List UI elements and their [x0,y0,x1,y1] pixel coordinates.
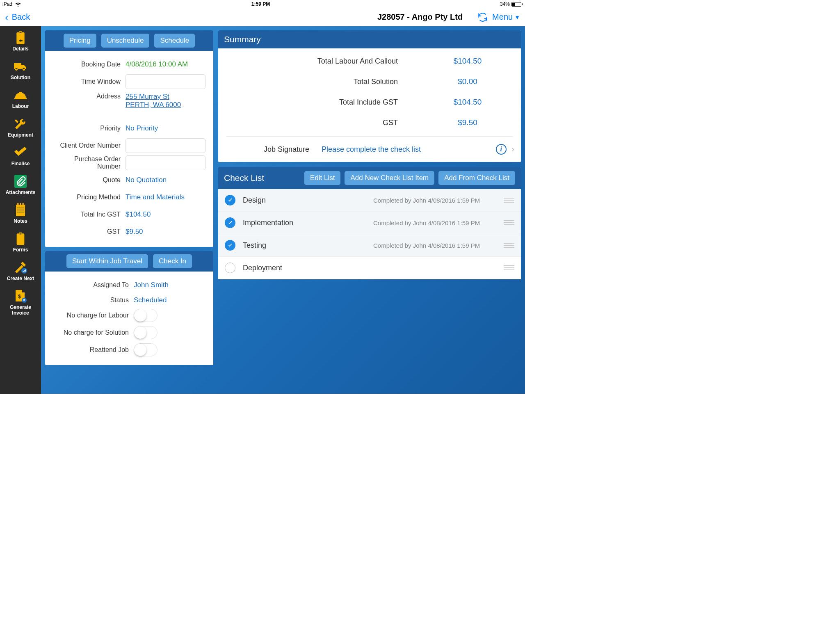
sidebar-item-label: Generate Invoice [2,304,39,316]
chevron-right-icon: › [511,144,514,155]
no-charge-solution-label: No charge for Solution [51,329,129,336]
sidebar-item-label: Details [2,46,39,52]
sidebar-item-equipment[interactable]: Equipment [0,112,41,141]
nav-bar: ‹ Back J28057 - Ango Pty Ltd Menu ▼ [0,8,525,26]
sidebar-item-label: Notes [2,218,39,224]
summary-row-label: Total Include GST [222,98,422,107]
add-from-list-button[interactable]: Add From Check List [438,171,515,185]
checklist-checkbox[interactable] [225,262,235,273]
drag-handle-icon[interactable] [504,242,514,249]
booking-date-value[interactable]: 4/08/2016 10:00 AM [126,60,208,68]
sidebar-item-attachments[interactable]: Attachments [0,170,41,199]
purchase-order-input[interactable] [126,155,205,170]
summary-row-value: $9.50 [422,118,513,127]
reattend-toggle[interactable] [134,343,158,356]
sidebar-item-details[interactable]: Details [0,26,41,55]
details-header: Pricing Unschedule Schedule [45,30,213,51]
check-in-button[interactable]: Check In [153,254,192,268]
summary-row-value: $104.50 [422,57,513,66]
pricing-button[interactable]: Pricing [64,34,96,48]
summary-header: Summary [218,30,521,48]
summary-row-value: $104.50 [422,98,513,107]
checklist-item-title: Design [243,196,366,205]
pricing-method-value[interactable]: Time and Materials [126,193,208,201]
drag-handle-icon[interactable] [504,196,514,204]
checklist-item[interactable]: ImplementationCompleted by John 4/08/201… [218,212,521,234]
battery-percent: 34% [500,1,510,7]
checklist-item[interactable]: DesignCompleted by John 4/08/2016 1:59 P… [218,189,521,212]
refresh-button[interactable] [477,12,488,23]
sidebar-item-label: Solution [2,75,39,80]
sidebar-item-create-next[interactable]: Create Next [0,256,41,285]
sidebar-item-label: Forms [2,247,39,253]
drag-handle-icon[interactable] [504,264,514,272]
address-line1[interactable]: 255 Murray St [126,93,208,101]
signature-link[interactable]: Please complete the check list [322,145,491,154]
paperclip-icon [2,174,39,189]
battery-icon [511,1,523,7]
status-label: Status [51,297,129,304]
summary-row: Total Include GST $104.50 [218,92,521,112]
menu-label: Menu [492,12,513,22]
sidebar-item-label: Create Next [2,276,39,281]
pricing-method-label: Pricing Method [51,194,121,201]
signature-row[interactable]: Job Signature Please complete the check … [218,137,521,162]
checklist-item-meta: Completed by John 4/08/2016 1:59 PM [373,219,496,226]
chevron-left-icon: ‹ [5,12,9,23]
unschedule-button[interactable]: Unschedule [101,34,150,48]
sidebar: Details Solution Labour Equipment Finali… [0,26,41,394]
address-line2[interactable]: PERTH, WA 6000 [126,101,208,109]
sidebar-item-forms[interactable]: Forms [0,227,41,256]
details-panel: Pricing Unschedule Schedule Booking Date… [45,30,213,247]
start-travel-button[interactable]: Start Within Job Travel [66,254,148,268]
sidebar-item-finalise[interactable]: Finalise [0,141,41,170]
checklist-checkbox[interactable] [225,240,235,251]
device-label: iPad [2,1,12,7]
content-area: Pricing Unschedule Schedule Booking Date… [41,26,525,394]
triangle-down-icon: ▼ [514,14,520,21]
total-inc-gst-value: $104.50 [126,210,208,219]
sidebar-item-label: Labour [2,103,39,109]
back-button[interactable]: ‹ Back [5,12,30,23]
sidebar-item-notes[interactable]: Notes [0,199,41,227]
edit-list-button[interactable]: Edit List [304,171,340,185]
priority-label: Priority [51,125,121,132]
schedule-button[interactable]: Schedule [154,34,195,48]
sidebar-item-solution[interactable]: Solution [0,55,41,84]
tools-icon [2,116,39,131]
hardhat-icon [2,88,39,103]
total-inc-gst-label: Total Inc GST [51,211,121,218]
priority-value[interactable]: No Priority [126,124,208,132]
sidebar-item-label: Attachments [2,189,39,195]
checklist-title: Check List [224,173,264,183]
sidebar-item-generate-invoice[interactable]: $ Generate Invoice [0,285,41,319]
drag-handle-icon[interactable] [504,219,514,226]
checklist-item[interactable]: Deployment [218,257,521,279]
reattend-label: Reattend Job [51,346,129,354]
summary-row: Total Labour And Callout $104.50 [218,51,521,71]
gst-value: $9.50 [126,228,208,236]
clipboard-arrow-icon [2,30,39,45]
assigned-to-label: Assigned To [51,281,129,289]
time-window-input[interactable] [126,74,205,89]
checklist-item-title: Implementation [243,219,366,227]
quote-value[interactable]: No Quotation [126,176,208,184]
summary-row: Total Solution $0.00 [218,71,521,92]
checklist-item[interactable]: TestingCompleted by John 4/08/2016 1:59 … [218,234,521,257]
client-order-input[interactable] [126,138,205,153]
sidebar-item-labour[interactable]: Labour [0,84,41,112]
checklist-checkbox[interactable] [225,195,235,205]
assigned-to-value[interactable]: John Smith [134,281,208,289]
client-order-label: Client Order Number [51,142,121,149]
booking-date-label: Booking Date [51,61,121,68]
checklist-item-meta: Completed by John 4/08/2016 1:59 PM [373,242,496,249]
purchase-order-label: Purchase Order Number [51,155,121,170]
summary-row-label: Total Solution [222,78,422,86]
checklist-checkbox[interactable] [225,217,235,228]
menu-button[interactable]: Menu ▼ [492,12,520,22]
no-charge-labour-toggle[interactable] [134,309,158,322]
info-icon[interactable]: i [496,144,507,155]
no-charge-solution-toggle[interactable] [134,326,158,339]
add-new-item-button[interactable]: Add New Check List Item [345,171,434,185]
gst-label: GST [51,228,121,235]
